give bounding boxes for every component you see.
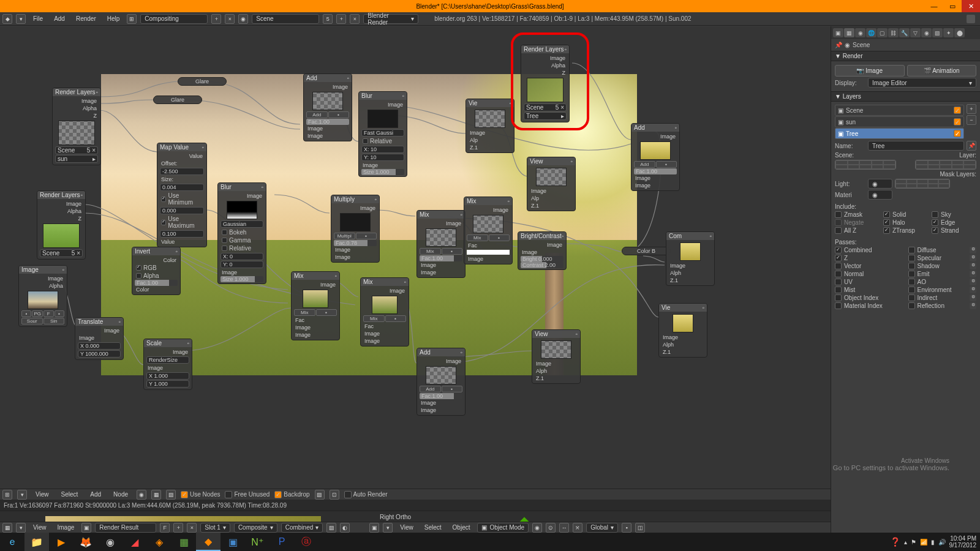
pass-environment[interactable]: Environment⚙ bbox=[908, 287, 977, 293]
node-menu-node[interactable]: Node bbox=[110, 490, 132, 499]
image-browse-icon[interactable]: ▣ bbox=[81, 523, 91, 533]
include-allz[interactable]: All Z bbox=[835, 227, 880, 234]
remove-image-btn[interactable]: × bbox=[187, 523, 197, 533]
taskbar-ie-icon[interactable]: ｅ bbox=[0, 533, 24, 551]
light-override-dropdown[interactable]: ◉ bbox=[868, 179, 892, 189]
layer-tree-visible[interactable]: ✓ bbox=[954, 130, 961, 137]
close-button[interactable]: ✕ bbox=[962, 0, 980, 12]
layers-section-header[interactable]: ▼ Layers bbox=[831, 91, 980, 102]
node-color-balance[interactable]: Color B bbox=[622, 247, 671, 255]
gear-icon[interactable]: ⚙ bbox=[970, 294, 976, 301]
tab-texture[interactable]: ▨ bbox=[932, 28, 943, 37]
node-blur-1[interactable]: Blur◦ Image Gaussian Bokeh Gamma Relativ… bbox=[217, 182, 266, 284]
free-unused-checkbox[interactable]: Free Unused bbox=[225, 491, 270, 498]
include-zmask[interactable]: Zmask bbox=[835, 211, 880, 218]
pass-specular[interactable]: Specular⚙ bbox=[908, 255, 977, 261]
snap-btn[interactable]: ◫ bbox=[635, 523, 645, 533]
help-tray-icon[interactable]: ❓ bbox=[890, 537, 900, 547]
scene-remove-button[interactable]: × bbox=[350, 14, 360, 24]
node-composite[interactable]: Com◦ Image Alph Z.1 bbox=[666, 231, 715, 286]
include-negate[interactable]: Negate bbox=[835, 219, 880, 226]
include-sky[interactable]: Sky bbox=[932, 211, 976, 218]
node-menu-add[interactable]: Add bbox=[86, 490, 105, 499]
material-icon[interactable]: ◉ bbox=[137, 490, 146, 500]
gear-icon[interactable]: ⚙ bbox=[970, 302, 976, 309]
channel-icon-2[interactable]: ◐ bbox=[340, 523, 350, 533]
taskbar-app-icon-1[interactable]: ◢ bbox=[123, 533, 147, 551]
slot-dropdown[interactable]: Slot 1 ▾ bbox=[200, 523, 230, 533]
comp-icon[interactable]: ▨ bbox=[166, 490, 176, 500]
node-map-value[interactable]: Map Value◦ Value Offset: -2.500 Size: 0.… bbox=[157, 143, 207, 247]
tab-object[interactable]: ▢ bbox=[877, 28, 888, 37]
layout-remove-button[interactable]: × bbox=[225, 14, 235, 24]
add-layer-button[interactable]: + bbox=[967, 104, 976, 114]
node-viewer-2[interactable]: View◦ Image Alp Z.1 bbox=[527, 157, 576, 211]
pass-obj-index[interactable]: Object Index bbox=[835, 294, 903, 301]
node-scale[interactable]: Scale◦ Image RenderSize Image X 1.000 Y … bbox=[143, 339, 192, 390]
editor-dropdown-icon[interactable]: ▾ bbox=[17, 490, 27, 500]
node-blur-2[interactable]: Blur◦ Image Fast Gaussi Relative X: 10 Y… bbox=[358, 91, 407, 177]
tray-up-icon[interactable]: ▴ bbox=[904, 539, 907, 545]
render-animation-button[interactable]: 🎬 Animation bbox=[907, 65, 977, 77]
combined-dropdown[interactable]: Combined ▾ bbox=[281, 523, 323, 533]
scene-icon[interactable]: ◉ bbox=[238, 14, 248, 24]
taskbar-app-icon-2[interactable]: ◈ bbox=[147, 533, 172, 551]
include-strand[interactable]: Strand bbox=[932, 227, 976, 234]
pass-mat-index[interactable]: Material Index bbox=[835, 302, 903, 309]
mask-layer-buttons[interactable] bbox=[895, 179, 950, 189]
axis-icon[interactable]: ⤧ bbox=[573, 523, 582, 533]
pass-uv[interactable]: UV bbox=[835, 279, 903, 285]
tray-flag-icon[interactable]: ⚑ bbox=[911, 539, 916, 545]
view3d-type-icon[interactable]: ▣ bbox=[369, 523, 379, 533]
scene-add-button[interactable]: + bbox=[336, 14, 346, 24]
pin-icon[interactable]: 📌 bbox=[835, 42, 842, 48]
pivot-icon[interactable]: ⊙ bbox=[546, 523, 556, 533]
node-add-2[interactable]: Add◦ Image Add▪ Fac.1.00 Image Image bbox=[417, 348, 466, 416]
node-invert[interactable]: Invert◦ Color RGB Alpha Fac.1.00 Color bbox=[132, 247, 181, 295]
node-multiply[interactable]: Multiply◦ Image Multipl▪ Fac.0.78 Image … bbox=[331, 195, 380, 263]
include-ztransp[interactable]: ZTransp bbox=[883, 227, 928, 234]
pass-ao[interactable]: AO⚙ bbox=[908, 279, 977, 285]
pass-vector[interactable]: Vector bbox=[835, 263, 903, 269]
layer-name-input[interactable] bbox=[868, 141, 964, 151]
tab-material[interactable]: ◉ bbox=[921, 28, 932, 37]
tray-network-icon[interactable]: 📶 bbox=[920, 539, 927, 545]
scene-dropdown[interactable]: Scene bbox=[252, 14, 319, 24]
view3d-dropdown-icon[interactable]: ▾ bbox=[383, 523, 393, 533]
render-engine-dropdown[interactable]: Blender Render▾ bbox=[363, 14, 418, 24]
pass-shadow[interactable]: Shadow⚙ bbox=[908, 263, 977, 269]
display-dropdown[interactable]: Image Editor▾ bbox=[868, 78, 976, 88]
shading-icon[interactable]: ◉ bbox=[532, 523, 542, 533]
node-glare-1[interactable]: Glare bbox=[178, 77, 227, 86]
channel-icon-1[interactable]: ▨ bbox=[326, 523, 336, 533]
fullscreen-icon[interactable] bbox=[967, 15, 975, 23]
tab-world[interactable]: 🌐 bbox=[866, 28, 876, 37]
node-add-4[interactable]: Add◦ Image Add▪ Fac.1.00 Image Image bbox=[631, 123, 680, 191]
snap-icon[interactable]: ⊡ bbox=[330, 490, 339, 500]
taskbar-app-icon-3[interactable]: ▣ bbox=[221, 533, 245, 551]
render-layer-buttons[interactable] bbox=[915, 160, 976, 170]
menu-help[interactable]: Help bbox=[104, 14, 124, 23]
minimize-button[interactable]: — bbox=[925, 0, 943, 12]
image-menu-image[interactable]: Image bbox=[54, 523, 78, 532]
name-pin-icon[interactable]: 📌 bbox=[967, 141, 976, 151]
gear-icon[interactable]: ⚙ bbox=[970, 279, 976, 285]
node-glare-2[interactable]: Glare bbox=[153, 96, 202, 104]
remove-layer-button[interactable]: − bbox=[967, 115, 976, 125]
pass-indirect[interactable]: Indirect⚙ bbox=[908, 294, 977, 301]
tab-modifiers[interactable]: 🔧 bbox=[899, 28, 910, 37]
scene-layer-buttons[interactable] bbox=[835, 160, 896, 170]
view3d-menu-object[interactable]: Object bbox=[449, 523, 474, 532]
gear-icon[interactable]: ⚙ bbox=[970, 255, 976, 261]
taskbar-app-icon-4[interactable]: ⓐ bbox=[294, 533, 318, 551]
pass-z[interactable]: Z bbox=[835, 255, 903, 261]
node-mix-1[interactable]: Mix◦ Image Mix▪ Fac Image Image bbox=[291, 271, 340, 340]
gp-icon[interactable]: ▨ bbox=[315, 490, 325, 500]
editor-type-icon[interactable]: ⊞ bbox=[2, 490, 12, 500]
pass-reflection[interactable]: Reflection⚙ bbox=[908, 302, 977, 309]
taskbar-pandora-icon[interactable]: P bbox=[270, 533, 294, 551]
include-solid[interactable]: Solid bbox=[883, 211, 928, 218]
layout-add-button[interactable]: + bbox=[211, 14, 221, 24]
menu-file[interactable]: File bbox=[29, 14, 47, 23]
tray-clock[interactable]: 10:04 PM 9/17/2012 bbox=[949, 535, 977, 549]
